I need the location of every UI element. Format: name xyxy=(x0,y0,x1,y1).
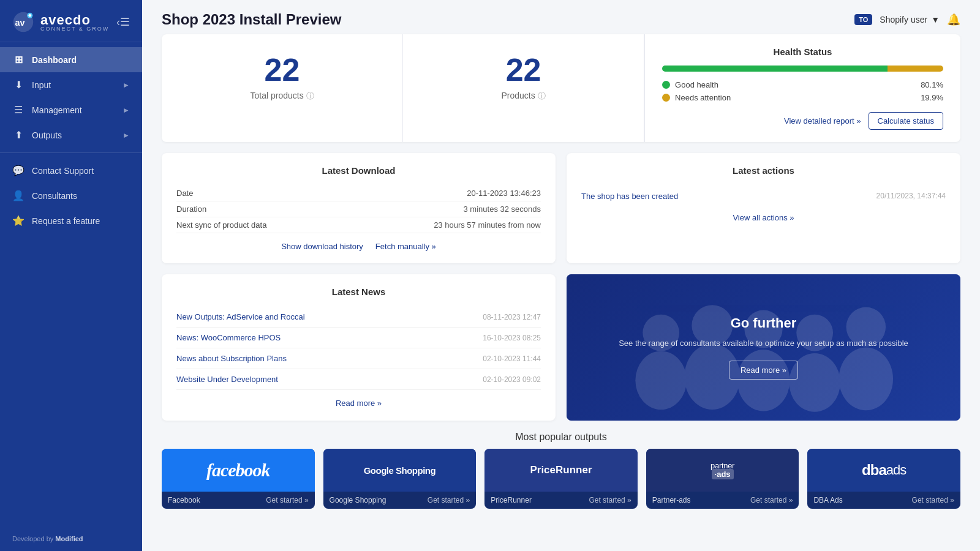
consultants-icon: 👤 xyxy=(12,190,24,201)
stat-label-products: Products ⓘ xyxy=(415,91,631,102)
dashboard-icon: ⊞ xyxy=(12,54,24,66)
health-good-row: Good health 80.1% xyxy=(662,80,943,89)
health-status-title: Health Status xyxy=(662,47,943,57)
sidebar-item-label: Input xyxy=(32,80,51,90)
info-icon-2[interactable]: ⓘ xyxy=(538,91,546,100)
google-get-started[interactable]: Get started » xyxy=(428,496,470,504)
output-card-dbaads[interactable]: dba ads DBA Ads Get started » xyxy=(807,449,960,509)
sidebar-item-management[interactable]: ☰ Management ► xyxy=(0,97,142,122)
contact-support-icon: 💬 xyxy=(12,165,24,176)
user-dropdown[interactable]: Shopify user ▼ xyxy=(880,15,940,24)
output-card-facebook[interactable]: facebook Facebook Get started » xyxy=(162,449,315,509)
view-detailed-report-link[interactable]: View detailed report » xyxy=(784,116,861,126)
main-content: Shop 2023 Install Preview TO Shopify use… xyxy=(142,0,980,551)
chevron-down-icon: ▼ xyxy=(931,15,940,24)
go-further-read-more-button[interactable]: Read more » xyxy=(729,361,798,380)
news-item: News: WooCommerce HPOS 16-10-2023 08:25 xyxy=(176,328,541,348)
latest-news-title: Latest News xyxy=(176,287,541,297)
output-card-google[interactable]: Google Shopping Google Shopping Get star… xyxy=(323,449,477,509)
sidebar-item-consultants[interactable]: 👤 Consultants xyxy=(0,183,142,208)
download-duration-value: 3 minutes 32 seconds xyxy=(464,204,541,214)
stat-total-products: 22 Total products ⓘ xyxy=(162,34,403,142)
download-sync-label: Next sync of product data xyxy=(176,220,266,230)
news-item-date: 02-10-2023 11:44 xyxy=(483,354,541,363)
go-further-title: Go further xyxy=(619,315,908,331)
calculate-status-button[interactable]: Calculate status xyxy=(869,112,944,130)
sidebar-item-input[interactable]: ⬇ Input ► xyxy=(0,72,142,97)
chevron-right-icon: ► xyxy=(123,106,130,114)
to-badge: TO xyxy=(854,14,872,25)
pricerunner-logo: PriceRunner xyxy=(484,449,638,492)
news-item-link[interactable]: New Outputs: AdService and Roccai xyxy=(176,312,305,321)
output-name-dbaads: DBA Ads xyxy=(813,496,842,504)
good-health-label: Good health xyxy=(675,80,916,89)
news-item-link[interactable]: News about Subscription Plans xyxy=(176,354,287,363)
sidebar-item-label: Outputs xyxy=(32,130,62,140)
facebook-get-started[interactable]: Get started » xyxy=(266,496,308,504)
action-text: The shop has been created xyxy=(581,192,678,201)
news-item: Website Under Development 02-10-2023 09:… xyxy=(176,369,541,390)
sidebar: av avecdo CONNECT & GROW ‹​☰ ⊞ Dashboard… xyxy=(0,0,142,551)
download-date-row: Date 20-11-2023 13:46:23 xyxy=(176,186,541,201)
dashboard-content: 22 Total products ⓘ 22 Products ⓘ Health… xyxy=(142,34,980,528)
notification-bell-icon[interactable]: 🔔 xyxy=(947,13,960,26)
output-name-facebook: Facebook xyxy=(168,496,200,504)
partnerads-logo: partner ·ads xyxy=(646,449,799,492)
outputs-row: facebook Facebook Get started » Google S… xyxy=(162,449,960,509)
partnerads-get-started[interactable]: Get started » xyxy=(750,496,793,504)
news-item-link[interactable]: Website Under Development xyxy=(176,375,278,384)
latest-download-card: Latest Download Date 20-11-2023 13:46:23… xyxy=(162,153,556,263)
show-download-history-link[interactable]: Show download history xyxy=(281,242,363,251)
latest-download-title: Latest Download xyxy=(176,165,541,176)
attention-dot xyxy=(662,94,670,102)
download-date-label: Date xyxy=(176,189,193,198)
request-feature-icon: ⭐ xyxy=(12,215,24,227)
sidebar-logo: av avecdo CONNECT & GROW ‹​☰ xyxy=(0,0,142,42)
sidebar-item-dashboard[interactable]: ⊞ Dashboard xyxy=(0,47,142,72)
news-item: News about Subscription Plans 02-10-2023… xyxy=(176,348,541,369)
topbar: Shop 2023 Install Preview TO Shopify use… xyxy=(142,0,980,34)
stat-products: 22 Products ⓘ xyxy=(403,34,644,142)
action-time: 20/11/2023, 14:37:44 xyxy=(876,192,946,201)
google-shopping-logo: Google Shopping xyxy=(323,449,477,492)
download-sync-value: 23 hours 57 minutes from now xyxy=(434,220,541,230)
stat-label-total: Total products ⓘ xyxy=(174,91,390,102)
health-bar xyxy=(662,66,943,72)
outputs-icon: ⬆ xyxy=(12,129,24,141)
output-card-partnerads[interactable]: partner ·ads Partner-ads Get started » xyxy=(646,449,799,509)
latest-news-card: Latest News New Outputs: AdService and R… xyxy=(162,274,556,421)
topbar-right: TO Shopify user ▼ 🔔 xyxy=(854,13,960,26)
news-item-date: 02-10-2023 09:02 xyxy=(483,375,541,384)
sidebar-item-label: Request a feature xyxy=(32,216,100,226)
good-health-pct: 80.1% xyxy=(921,80,943,89)
output-card-pricerunner[interactable]: PriceRunner PriceRunner Get started » xyxy=(484,449,638,509)
output-name-pricerunner: PriceRunner xyxy=(491,496,532,504)
sidebar-item-outputs[interactable]: ⬆ Outputs ► xyxy=(0,122,142,148)
sidebar-toggle-button[interactable]: ‹​☰ xyxy=(116,15,130,29)
svg-text:av: av xyxy=(15,18,25,28)
read-more-center: Read more » xyxy=(176,397,541,408)
read-more-link[interactable]: Read more » xyxy=(336,399,382,408)
news-item-date: 16-10-2023 08:25 xyxy=(483,334,541,342)
attention-pct: 19.9% xyxy=(921,93,943,102)
dbaads-get-started[interactable]: Get started » xyxy=(912,496,954,504)
popular-outputs-title: Most popular outputs xyxy=(162,432,960,443)
pricerunner-get-started[interactable]: Get started » xyxy=(589,496,631,504)
view-all-actions-link[interactable]: View all actions » xyxy=(581,213,946,222)
management-icon: ☰ xyxy=(12,104,24,116)
news-item-link[interactable]: News: WooCommerce HPOS xyxy=(176,333,281,342)
fetch-manually-link[interactable]: Fetch manually » xyxy=(375,242,436,251)
output-footer-google: Google Shopping Get started » xyxy=(323,492,477,509)
output-footer-facebook: Facebook Get started » xyxy=(162,492,315,509)
output-footer-pricerunner: PriceRunner Get started » xyxy=(484,492,638,509)
attention-label: Needs attention xyxy=(675,93,916,102)
sidebar-item-request-feature[interactable]: ⭐ Request a feature xyxy=(0,208,142,233)
sidebar-item-contact-support[interactable]: 💬 Contact Support xyxy=(0,158,142,183)
latest-actions-title: Latest actions xyxy=(581,165,946,176)
news-item: New Outputs: AdService and Roccai 08-11-… xyxy=(176,307,541,328)
action-row: The shop has been created 20/11/2023, 14… xyxy=(581,186,946,207)
svg-point-3 xyxy=(29,14,32,17)
info-icon[interactable]: ⓘ xyxy=(306,91,314,100)
output-name-google: Google Shopping xyxy=(330,496,386,504)
facebook-logo: facebook xyxy=(162,449,315,492)
